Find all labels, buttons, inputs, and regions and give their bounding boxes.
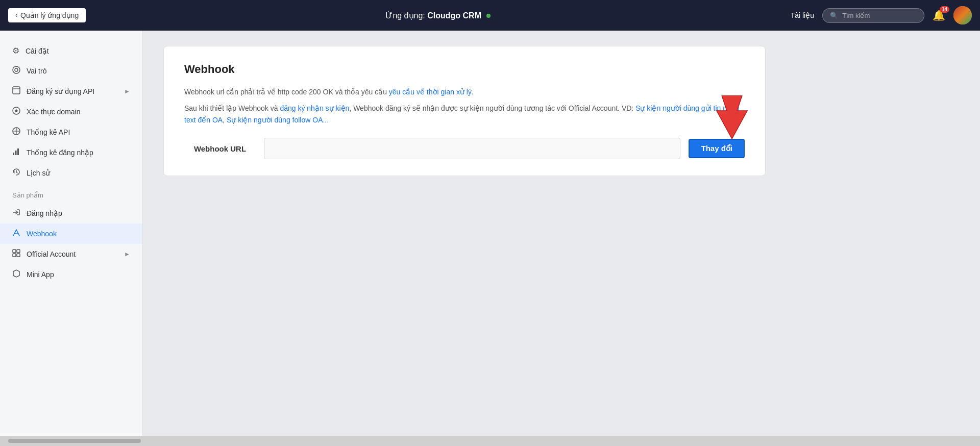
search-placeholder: Tìm kiếm xyxy=(842,12,870,19)
sidebar-item-vai-tro[interactable]: Vai trò xyxy=(0,61,142,81)
sidebar-item-label: Đăng ký sử dụng API xyxy=(27,87,118,95)
sidebar-item-label: Thống kê API xyxy=(27,128,130,136)
back-button[interactable]: ‹ Quản lý ứng dụng xyxy=(8,8,86,22)
sidebar-item-label: Xác thực domain xyxy=(27,108,130,116)
search-icon: 🔍 xyxy=(830,12,838,19)
svg-rect-16 xyxy=(17,254,20,257)
desc2-link3[interactable]: Sự kiện người dùng follow OA... xyxy=(227,116,329,124)
layout: ⚙ Cài đặt Vai trò Đăng ký sử dụng API ► … xyxy=(0,31,980,446)
webhook-card: Webhook Webhook url cần phải trả về http… xyxy=(163,46,766,176)
sidebar: ⚙ Cài đặt Vai trò Đăng ký sử dụng API ► … xyxy=(0,31,143,446)
sidebar-item-label: Đăng nhập xyxy=(27,209,130,217)
webhook-url-input[interactable] xyxy=(264,138,680,159)
desc-2: Sau khi thiết lập Webhook và đăng ký nhậ… xyxy=(184,103,745,126)
app-status-dot xyxy=(486,14,491,18)
svg-rect-13 xyxy=(13,250,16,253)
webhook-url-label: Webhook URL xyxy=(184,144,256,153)
notification-bell[interactable]: 🔔 14 xyxy=(933,9,945,21)
header: ‹ Quản lý ứng dụng Ứng dụng: Cloudgo CRM… xyxy=(0,0,980,31)
main-content: Webhook Webhook url cần phải trả về http… xyxy=(143,31,980,446)
desc1-link[interactable]: yêu cầu về thời gian xử lý. xyxy=(389,88,474,96)
back-button-label: Quản lý ứng dụng xyxy=(20,11,79,19)
svg-rect-14 xyxy=(17,250,20,253)
change-button[interactable]: Thay đổi xyxy=(689,139,745,158)
svg-point-5 xyxy=(15,110,18,112)
sidebar-item-thong-ke-dang-nhap[interactable]: Thống kê đăng nhập xyxy=(0,142,142,163)
desc2-link1[interactable]: đăng ký nhận sự kiện xyxy=(280,104,349,112)
stats-icon xyxy=(12,127,20,137)
sidebar-item-label: Vai trò xyxy=(27,67,130,75)
notification-badge: 14 xyxy=(940,6,949,13)
sidebar-item-mini-app[interactable]: Mini App xyxy=(0,264,142,285)
svg-point-0 xyxy=(13,66,20,73)
svg-rect-2 xyxy=(13,87,20,94)
sidebar-item-thong-ke-api[interactable]: Thống kê API xyxy=(0,122,142,142)
webhook-icon xyxy=(12,229,20,239)
domain-icon xyxy=(12,107,20,117)
svg-rect-15 xyxy=(13,254,16,257)
role-icon xyxy=(12,66,20,76)
login-icon xyxy=(12,208,20,218)
desc1-text: Webhook url cần phải trả về http code 20… xyxy=(184,88,389,96)
sidebar-item-lich-su[interactable]: Lịch sử xyxy=(0,163,142,183)
back-arrow-icon: ‹ xyxy=(15,12,17,19)
sidebar-item-label: Webhook xyxy=(27,230,130,238)
history-icon xyxy=(12,168,20,178)
sidebar-item-xac-thuc-domain[interactable]: Xác thực domain xyxy=(0,102,142,122)
sidebar-item-label: Official Account xyxy=(27,250,118,258)
desc2-comma: , xyxy=(223,116,227,124)
chevron-right-icon: ► xyxy=(124,88,130,95)
avatar[interactable] xyxy=(953,6,972,24)
sidebar-item-label: Cài đặt xyxy=(26,47,130,55)
gear-icon: ⚙ xyxy=(12,46,19,56)
product-section-label: Sản phẩm xyxy=(0,183,142,203)
svg-rect-10 xyxy=(15,151,17,155)
doc-link[interactable]: Tài liệu xyxy=(791,11,814,19)
sidebar-item-cai-dat[interactable]: ⚙ Cài đặt xyxy=(0,41,142,61)
sidebar-item-webhook[interactable]: Webhook xyxy=(0,224,142,244)
webhook-url-row: Webhook URL Thay đổi xyxy=(184,138,745,159)
sidebar-item-dang-ky-su-dung-api[interactable]: Đăng ký sử dụng API ► xyxy=(0,81,142,102)
chevron-right-icon: ► xyxy=(124,251,130,258)
desc-1: Webhook url cần phải trả về http code 20… xyxy=(184,86,745,97)
sidebar-item-official-account[interactable]: Official Account ► xyxy=(0,244,142,264)
sidebar-item-dang-nhap[interactable]: Đăng nhập xyxy=(0,203,142,224)
svg-rect-11 xyxy=(17,148,19,155)
svg-rect-9 xyxy=(13,153,14,155)
search-box[interactable]: 🔍 Tìm kiếm xyxy=(822,8,924,23)
app-title: Ứng dụng: Cloudgo CRM xyxy=(86,11,790,20)
desc2-mid: , Webhook đăng ký sẽ nhận được sự kiện n… xyxy=(349,104,635,112)
horizontal-scrollbar[interactable] xyxy=(8,439,141,443)
official-account-icon xyxy=(12,249,20,259)
api-icon xyxy=(12,86,20,96)
app-label: Ứng dụng: xyxy=(385,11,425,20)
svg-point-1 xyxy=(15,68,18,71)
login-stats-icon xyxy=(12,147,20,158)
desc2-before: Sau khi thiết lập Webhook và xyxy=(184,104,280,112)
header-right: Tài liệu 🔍 Tìm kiếm 🔔 14 xyxy=(791,6,972,24)
sidebar-item-label: Lịch sử xyxy=(27,169,130,177)
avatar-image xyxy=(953,6,972,24)
change-button-wrapper: Thay đổi xyxy=(689,139,745,158)
mini-app-icon xyxy=(12,269,20,280)
sidebar-item-label: Mini App xyxy=(27,270,130,279)
footer-scrollbar-bar xyxy=(0,436,980,446)
app-name: Cloudgo CRM xyxy=(427,11,481,20)
card-title: Webhook xyxy=(184,63,745,76)
sidebar-item-label: Thống kê đăng nhập xyxy=(27,148,130,157)
